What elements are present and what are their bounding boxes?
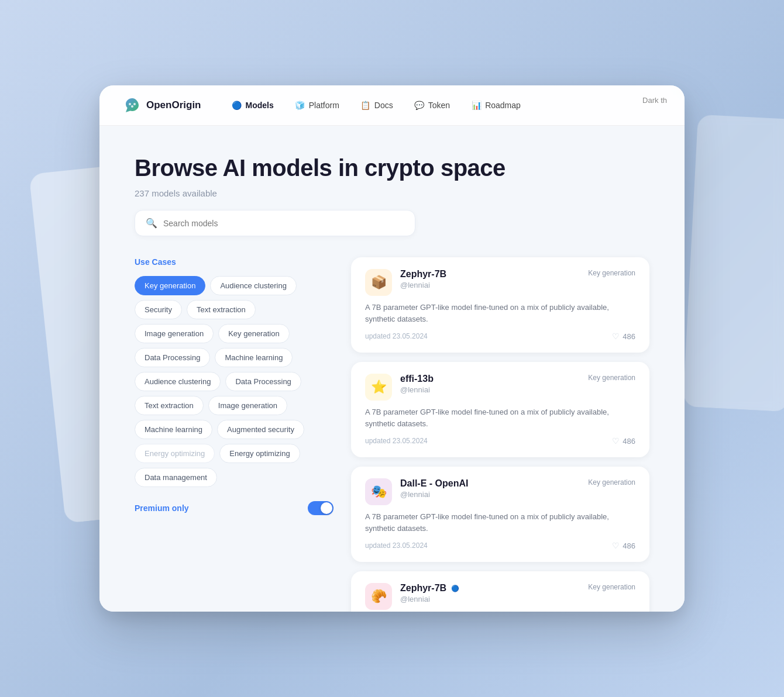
nav-platform-label: Platform bbox=[309, 101, 339, 110]
models-icon: 🔵 bbox=[232, 100, 242, 111]
model-footer-0: updated 23.05.2024 ♡ 486 bbox=[365, 332, 635, 341]
logo-icon bbox=[123, 96, 142, 115]
model-avatar-1: ⭐ bbox=[365, 374, 392, 401]
nav-item-platform[interactable]: 🧊 Platform bbox=[295, 100, 339, 111]
model-description-2: A 7B parameter GPT-like model fine-tuned… bbox=[365, 511, 635, 534]
search-input[interactable] bbox=[163, 219, 404, 228]
tag-energy-optimizing[interactable]: Energy optimizing bbox=[219, 444, 300, 463]
model-author-1: @lenniai bbox=[400, 385, 635, 394]
model-updated-2: updated 23.05.2024 bbox=[365, 541, 428, 550]
content-grid: Use Cases Key generation Audience cluste… bbox=[135, 257, 649, 612]
model-author-0: @lenniai bbox=[400, 281, 635, 289]
model-description-0: A 7B parameter GPT-like model fine-tuned… bbox=[365, 302, 635, 325]
tag-energy-optimizing-dimmed[interactable]: Energy optimizing bbox=[135, 444, 215, 463]
tag-key-generation-2[interactable]: Key generation bbox=[218, 324, 289, 343]
nav-roadmap-label: Roadmap bbox=[485, 101, 521, 110]
model-tag-3: Key generation bbox=[588, 583, 635, 591]
tag-security[interactable]: Security bbox=[135, 300, 182, 319]
nav-docs-label: Docs bbox=[374, 101, 393, 110]
tag-data-management[interactable]: Data management bbox=[135, 468, 217, 487]
page-title: Browse AI models in crypto space bbox=[135, 155, 649, 181]
tag-image-generation[interactable]: Image generation bbox=[135, 324, 214, 343]
model-author-3: @lenniai bbox=[400, 595, 635, 603]
model-emoji-0: 📦 bbox=[371, 275, 387, 290]
nav-item-models[interactable]: 🔵 Models bbox=[232, 100, 274, 111]
model-emoji-3: 🥐 bbox=[371, 589, 387, 604]
filter-tags: Key generation Audience clustering Secur… bbox=[135, 276, 333, 487]
model-tag-2: Key generation bbox=[588, 478, 635, 486]
tag-audience-clustering-2[interactable]: Audience clustering bbox=[135, 372, 221, 391]
navbar: OpenOrigin 🔵 Models 🧊 Platform 📋 Docs 💬 … bbox=[99, 85, 685, 126]
model-likes-2: ♡ 486 bbox=[612, 541, 635, 550]
model-avatar-2: 🎭 bbox=[365, 478, 392, 505]
bg-card-right bbox=[683, 115, 784, 412]
model-description-1: A 7B parameter GPT-like model fine-tuned… bbox=[365, 406, 635, 429]
model-avatar-3: 🥐 bbox=[365, 583, 392, 610]
docs-icon: 📋 bbox=[360, 100, 371, 111]
model-footer-1: updated 23.05.2024 ♡ 486 bbox=[365, 436, 635, 446]
tag-text-extraction-2[interactable]: Text extraction bbox=[135, 396, 204, 415]
nav-token-label: Token bbox=[428, 101, 450, 110]
search-icon: 🔍 bbox=[146, 218, 157, 229]
nav-models-label: Models bbox=[246, 101, 274, 110]
model-footer-2: updated 23.05.2024 ♡ 486 bbox=[365, 541, 635, 550]
model-likes-count-0: 486 bbox=[623, 332, 635, 341]
model-author-2: @lenniai bbox=[400, 490, 635, 499]
model-verified-badge-3: 🔵 bbox=[451, 585, 459, 592]
model-emoji-2: 🎭 bbox=[371, 484, 387, 499]
token-icon: 💬 bbox=[414, 100, 425, 111]
models-count: 237 models available bbox=[135, 188, 649, 198]
tag-machine-learning[interactable]: Machine learning bbox=[215, 348, 293, 367]
model-tag-1: Key generation bbox=[588, 374, 635, 382]
premium-label: Premium only bbox=[135, 503, 189, 513]
heart-icon-0: ♡ bbox=[612, 332, 620, 341]
nav-item-roadmap[interactable]: 📊 Roadmap bbox=[471, 100, 521, 111]
model-likes-1: ♡ 486 bbox=[612, 436, 635, 446]
model-updated-1: updated 23.05.2024 bbox=[365, 437, 428, 445]
dark-mode-hint: Dark th bbox=[642, 96, 667, 105]
tag-data-processing-2[interactable]: Data Processing bbox=[225, 372, 301, 391]
tag-augmented-security[interactable]: Augmented security bbox=[217, 420, 304, 439]
model-card-3[interactable]: Key generation 🥐 Zephyr-7B 🔵 @lenniai bbox=[351, 571, 649, 612]
platform-icon: 🧊 bbox=[295, 100, 305, 111]
roadmap-icon: 📊 bbox=[471, 100, 482, 111]
filters-panel: Use Cases Key generation Audience cluste… bbox=[135, 257, 333, 612]
logo-text: OpenOrigin bbox=[146, 99, 201, 111]
model-avatar-0: 📦 bbox=[365, 269, 392, 296]
tag-machine-learning-2[interactable]: Machine learning bbox=[135, 420, 212, 439]
model-likes-0: ♡ 486 bbox=[612, 332, 635, 341]
search-bar[interactable]: 🔍 bbox=[135, 210, 415, 236]
model-card-1[interactable]: Key generation ⭐ effi-13b @lenniai A 7B … bbox=[351, 362, 649, 457]
tag-text-extraction[interactable]: Text extraction bbox=[187, 300, 256, 319]
model-updated-0: updated 23.05.2024 bbox=[365, 332, 428, 340]
model-emoji-1: ⭐ bbox=[371, 379, 387, 395]
use-cases-title: Use Cases bbox=[135, 257, 333, 267]
tag-key-generation-active[interactable]: Key generation bbox=[135, 276, 205, 295]
models-list: Key generation 📦 Zephyr-7B @lenniai A 7B bbox=[351, 257, 649, 612]
toggle-knob bbox=[321, 502, 332, 514]
main-content: Browse AI models in crypto space 237 mod… bbox=[99, 126, 685, 612]
model-card-2[interactable]: Key generation 🎭 Dall-E - OpenAI @lennia… bbox=[351, 467, 649, 562]
nav-item-token[interactable]: 💬 Token bbox=[414, 100, 450, 111]
tag-image-generation-2[interactable]: Image generation bbox=[208, 396, 287, 415]
premium-toggle[interactable] bbox=[308, 501, 333, 515]
model-likes-count-2: 486 bbox=[623, 541, 635, 550]
model-tag-0: Key generation bbox=[588, 269, 635, 277]
browser-window: Dark th OpenOrigin 🔵 Models 🧊 bbox=[99, 85, 685, 612]
heart-icon-1: ♡ bbox=[612, 436, 620, 446]
premium-section: Premium only bbox=[135, 501, 333, 515]
model-card-0[interactable]: Key generation 📦 Zephyr-7B @lenniai A 7B bbox=[351, 257, 649, 353]
tag-data-processing[interactable]: Data Processing bbox=[135, 348, 210, 367]
nav-item-docs[interactable]: 📋 Docs bbox=[360, 100, 393, 111]
model-likes-count-1: 486 bbox=[623, 437, 635, 446]
tag-audience-clustering[interactable]: Audience clustering bbox=[210, 276, 296, 295]
heart-icon-2: ♡ bbox=[612, 541, 620, 550]
logo[interactable]: OpenOrigin bbox=[123, 96, 201, 115]
